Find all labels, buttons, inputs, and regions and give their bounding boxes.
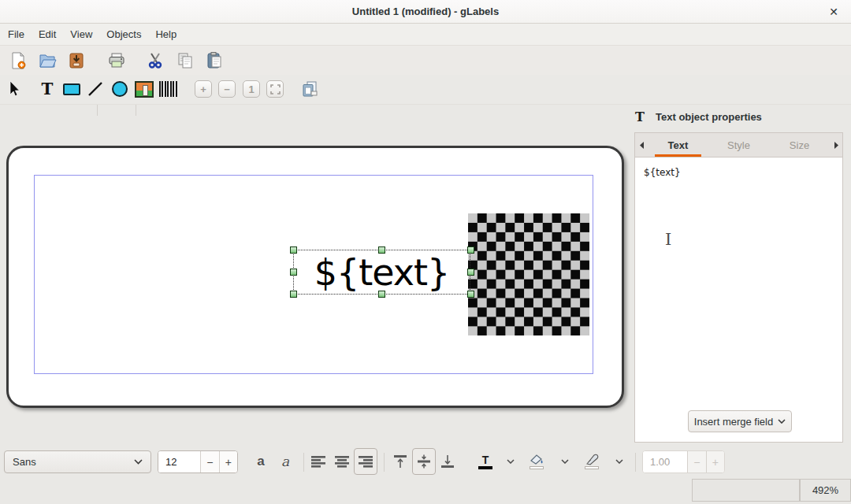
line-icon (86, 80, 105, 98)
align-center-button[interactable] (330, 448, 354, 475)
toolbar-separator (635, 453, 636, 472)
text-tool-button[interactable]: T (36, 78, 58, 100)
titlebar[interactable]: Untitled 1 (modified) - gLabels ✕ (0, 0, 851, 24)
font-family-select[interactable]: Sans (4, 450, 151, 473)
save-button[interactable] (65, 50, 87, 72)
cut-scissors-icon (146, 51, 165, 70)
selection-handle-bottom-right[interactable] (467, 291, 474, 298)
line-width-increase-button[interactable]: + (706, 451, 724, 472)
new-document-icon (9, 51, 28, 70)
fill-color-menu-button[interactable] (556, 448, 574, 475)
copy-icon (176, 51, 195, 70)
chevron-right-icon (834, 142, 839, 149)
tab-scroll-left-button[interactable] (635, 133, 648, 157)
fill-color-swatch (530, 466, 544, 469)
selection-handle-bottom-left[interactable] (290, 291, 297, 298)
text-object-icon: T (635, 109, 656, 124)
line-tool-button[interactable] (84, 78, 106, 100)
rectangle-icon (63, 83, 80, 95)
merge-properties-button[interactable] (299, 78, 321, 100)
paste-button[interactable] (203, 50, 225, 72)
i-beam-cursor-icon: I (665, 230, 671, 249)
box-tool-button[interactable] (61, 78, 83, 100)
zoom-fit-icon (266, 80, 284, 98)
line-color-menu-button[interactable] (611, 448, 628, 475)
new-document-button[interactable] (7, 50, 29, 72)
zoom-100-icon: 1 (243, 80, 260, 98)
tab-text[interactable]: Text (648, 133, 708, 157)
menu-item-file[interactable]: File (1, 25, 32, 43)
ellipse-tool-button[interactable] (109, 78, 131, 100)
font-size-increase-button[interactable]: + (219, 451, 237, 472)
pointer-arrow-icon (4, 80, 23, 98)
tab-scroll-right-button[interactable] (830, 133, 842, 157)
copy-button[interactable] (174, 50, 196, 72)
valign-bottom-icon (440, 454, 455, 469)
tab-style[interactable]: Style (708, 133, 769, 157)
zoom-fit-button[interactable] (264, 78, 286, 100)
italic-button[interactable]: a (273, 448, 297, 475)
align-left-button[interactable] (307, 448, 330, 475)
italic-icon: a (281, 454, 289, 469)
valign-middle-button[interactable] (412, 448, 436, 475)
line-color-button[interactable] (580, 448, 604, 475)
line-width-decrease-button[interactable]: − (687, 451, 705, 472)
select-tool-button[interactable] (2, 78, 24, 100)
align-right-button[interactable] (354, 448, 377, 475)
main-toolbar (0, 46, 851, 75)
line-width-spinbox: 1.00 − + (642, 450, 725, 473)
font-size-spinbox: 12 − + (158, 450, 238, 473)
font-size-decrease-button[interactable]: − (200, 451, 218, 472)
print-button[interactable] (106, 50, 128, 72)
menubar: File Edit View Objects Help (0, 24, 851, 46)
save-icon (67, 51, 86, 70)
valign-bottom-button[interactable] (436, 448, 459, 475)
selection-handle-top-left[interactable] (290, 246, 297, 254)
glabels-window: Untitled 1 (modified) - gLabels ✕ File E… (0, 0, 851, 504)
valign-top-button[interactable] (388, 448, 412, 475)
text-content-value: ${text} (644, 167, 681, 178)
close-button[interactable]: ✕ (824, 0, 843, 24)
statusbar: 492% (0, 479, 851, 504)
font-size-input[interactable]: 12 (158, 451, 200, 472)
selection-handle-middle-left[interactable] (290, 269, 297, 276)
valign-middle-icon (417, 454, 431, 469)
text-color-swatch (478, 466, 492, 469)
selection-handle-middle-right[interactable] (467, 269, 474, 276)
open-button[interactable] (36, 50, 58, 72)
insert-merge-field-button[interactable]: Insert merge field (688, 410, 792, 432)
selection-handle-top-right[interactable] (467, 246, 474, 254)
menu-item-edit[interactable]: Edit (32, 25, 63, 43)
menu-item-view[interactable]: View (63, 25, 99, 43)
menu-item-help[interactable]: Help (148, 25, 184, 43)
chevron-down-icon (778, 419, 786, 424)
tab-size[interactable]: Size (769, 133, 830, 157)
bold-button[interactable]: a (249, 448, 273, 475)
selection-handle-bottom-center[interactable] (378, 291, 385, 298)
print-icon (107, 51, 126, 70)
zoom-in-button[interactable]: + (192, 78, 214, 100)
image-placeholder-checkerboard[interactable] (468, 213, 589, 335)
cut-button[interactable] (144, 50, 166, 72)
paste-clipboard-icon (205, 51, 224, 70)
barcode-tool-button[interactable] (158, 78, 180, 100)
zoom-100-button[interactable]: 1 (240, 78, 262, 100)
image-tool-button[interactable] (133, 78, 155, 100)
fill-color-button[interactable] (525, 448, 548, 475)
zoom-out-button[interactable]: − (216, 78, 238, 100)
text-color-button[interactable]: T (474, 448, 497, 475)
panel-header: T Text object properties (635, 108, 843, 125)
align-right-icon (358, 455, 373, 468)
text-object[interactable]: ${text} (293, 250, 470, 295)
pen-nib-icon (584, 454, 600, 469)
valign-top-icon (393, 454, 407, 469)
zoom-out-icon: − (218, 80, 236, 98)
toolbar-separator (384, 453, 385, 472)
text-content-area[interactable]: ${text} I Insert merge field (634, 158, 843, 443)
line-width-input[interactable]: 1.00 (643, 451, 687, 472)
menu-item-objects[interactable]: Objects (99, 25, 148, 43)
selection-handle-top-center[interactable] (378, 246, 385, 254)
text-color-menu-button[interactable] (502, 448, 519, 475)
chevron-left-icon (639, 142, 645, 149)
drawing-toolbar: T + − 1 (0, 75, 851, 105)
